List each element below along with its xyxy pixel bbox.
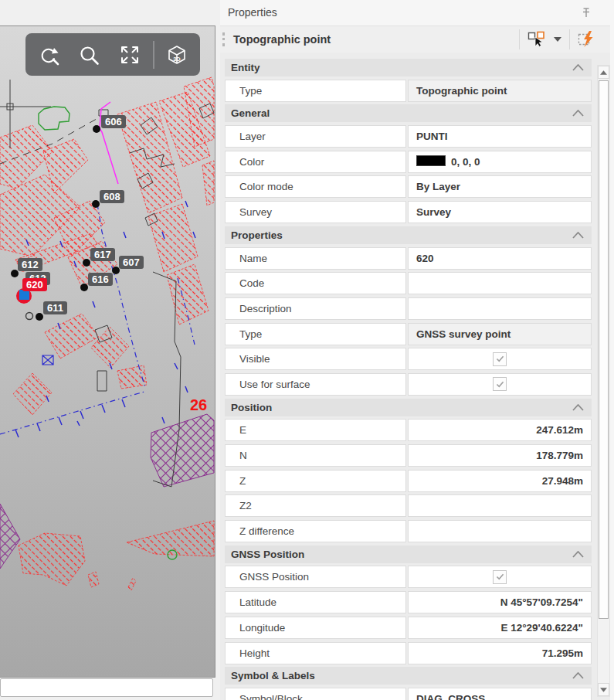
color-swatch [416, 155, 446, 166]
select-entity-icon [527, 30, 546, 49]
property-row-visible: Visible [225, 348, 592, 370]
section-header-gnss-position[interactable]: GNSS Position [225, 545, 592, 563]
point-dot-612[interactable] [11, 270, 19, 277]
property-value[interactable]: 247.612m [408, 419, 592, 441]
property-label: Name [225, 247, 406, 270]
checkmark-icon [495, 379, 505, 389]
color-value: 0, 0, 0 [451, 156, 480, 168]
point-label-606[interactable]: 606 [101, 115, 126, 128]
property-label: E [225, 419, 406, 441]
property-value[interactable]: 71.295m [408, 642, 592, 664]
view-3d-button[interactable]: 3D [159, 37, 195, 73]
point-label-616[interactable]: 616 [88, 273, 113, 286]
property-row-latitude: LatitudeN 45°57'09.7254" [225, 591, 592, 613]
point-label-611[interactable]: 611 [43, 301, 67, 314]
property-value[interactable]: 178.779m [408, 444, 592, 467]
property-value[interactable] [408, 373, 592, 396]
section-header-properties[interactable]: Properties [225, 226, 592, 244]
section-header-position[interactable]: Position [225, 399, 592, 416]
property-value[interactable] [408, 297, 592, 320]
point-label-608[interactable]: 608 [100, 190, 124, 203]
property-value[interactable] [408, 520, 592, 542]
property-value[interactable]: 620 [408, 247, 592, 270]
point-dot-606[interactable] [93, 125, 100, 133]
property-label: N [225, 444, 406, 467]
property-label: Layer [225, 125, 406, 148]
checkbox[interactable] [493, 377, 507, 391]
entity-type-title: Topographic point [233, 33, 519, 46]
view-3d-icon: 3D [169, 46, 185, 63]
scrollbar[interactable] [597, 65, 610, 697]
scroll-down-button[interactable] [598, 683, 609, 696]
property-label: Z difference [225, 520, 406, 542]
property-label: Survey [225, 201, 406, 223]
property-label: Longitude [225, 617, 406, 639]
quick-select-icon [578, 30, 596, 49]
section-header-symbol-labels[interactable]: Symbol & Labels [225, 667, 592, 685]
checkmark-icon [495, 572, 505, 582]
property-label: GNSS Position [225, 566, 406, 588]
property-value[interactable] [408, 566, 592, 588]
property-label: Symbol/Block [225, 688, 406, 700]
property-value[interactable]: DIAG_CROSS [408, 688, 592, 700]
checkbox[interactable] [493, 570, 507, 584]
point-label-617[interactable]: 617 [90, 248, 115, 261]
quick-select-button[interactable] [578, 30, 596, 49]
command-input[interactable] [0, 678, 213, 697]
separator [519, 29, 520, 49]
property-row-type: TypeTopographic point [225, 80, 592, 102]
property-row-type: TypeGNSS survey point [225, 323, 592, 345]
point-label-607[interactable]: 607 [119, 256, 144, 269]
section-title: General [231, 107, 270, 119]
property-value[interactable]: GNSS survey point [408, 323, 592, 345]
map-panel: 606608617607616612613611620 26 [0, 0, 220, 700]
point-label-612[interactable]: 612 [18, 258, 42, 271]
point-dot-608[interactable] [92, 200, 100, 208]
panel-title: Properties [228, 6, 277, 19]
property-label: Z [225, 470, 406, 492]
property-value[interactable]: 0, 0, 0 [408, 151, 592, 173]
property-label: Color [225, 151, 406, 173]
property-value[interactable]: By Layer [408, 175, 592, 198]
section-title: Entity [231, 62, 260, 73]
section-header-entity[interactable]: Entity [225, 59, 592, 76]
scrollbar-thumb[interactable] [599, 80, 609, 619]
section-header-general[interactable]: General [225, 104, 592, 122]
scroll-up-button[interactable] [598, 66, 609, 79]
zoom-previous-button[interactable] [31, 37, 66, 73]
property-value[interactable]: Survey [408, 201, 592, 223]
property-row-gnss-position: GNSS Position [225, 566, 592, 588]
property-row-use-for-surface: Use for surface [225, 373, 592, 396]
drag-grip-icon[interactable] [222, 32, 227, 46]
chevron-up-icon [572, 404, 584, 411]
property-value[interactable] [408, 348, 592, 370]
pin-panel-button[interactable] [578, 5, 594, 21]
property-value[interactable]: Topographic point [408, 80, 592, 102]
property-value[interactable]: N 45°57'09.7254" [408, 591, 592, 613]
property-row-symbol-block: Symbol/BlockDIAG_CROSS [225, 688, 592, 700]
section-title: Symbol & Labels [231, 670, 315, 681]
property-value[interactable]: 27.948m [408, 470, 592, 492]
chevron-up-icon [572, 64, 584, 71]
properties-panel: Properties Topographic point [220, 0, 614, 700]
select-entity-button[interactable] [527, 30, 546, 49]
property-value[interactable]: PUNTI [408, 125, 592, 148]
triangle-down-icon [600, 688, 607, 692]
checkbox[interactable] [493, 352, 507, 366]
property-value[interactable]: E 12°29'40.6224" [408, 617, 592, 639]
property-label: Code [225, 272, 406, 294]
property-row-longitude: LongitudeE 12°29'40.6224" [225, 617, 592, 639]
point-label-620[interactable]: 620 [22, 278, 47, 291]
point-dot-617[interactable] [83, 259, 90, 267]
select-entity-dropdown[interactable] [554, 37, 561, 42]
map-viewport[interactable]: 606608617607616612613611620 26 [0, 25, 215, 678]
zoom-extents-button[interactable] [112, 37, 148, 73]
zoom-button[interactable] [71, 37, 107, 73]
property-row-color: Color0, 0, 0 [225, 151, 592, 173]
point-dot-616[interactable] [80, 284, 88, 291]
property-value[interactable] [408, 494, 592, 517]
chevron-up-icon [572, 672, 584, 679]
property-value[interactable] [408, 272, 592, 294]
zoom-icon [82, 47, 98, 63]
point-dot-611[interactable] [36, 313, 43, 321]
